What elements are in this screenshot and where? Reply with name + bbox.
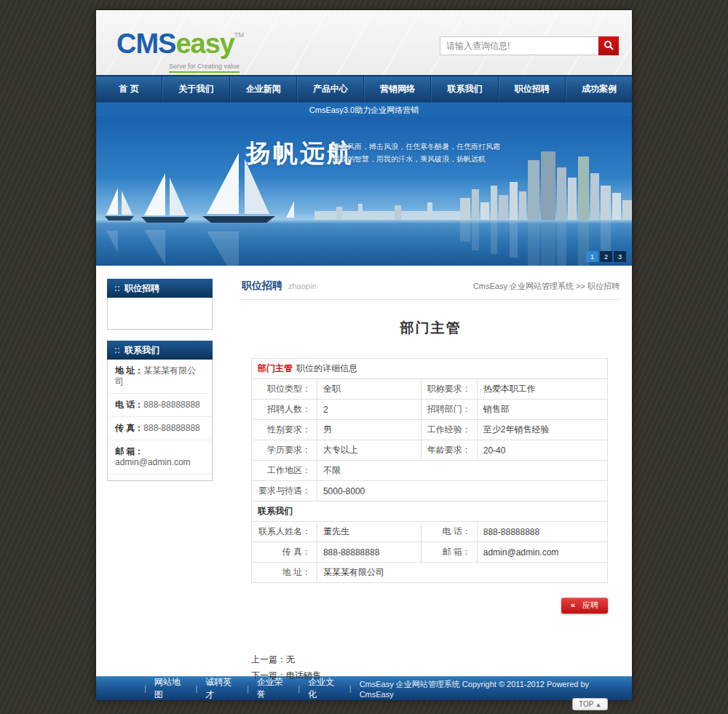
separator: | bbox=[298, 684, 300, 693]
contact-label: 传 真： bbox=[115, 423, 143, 433]
banner-line1: 迎着风雨，搏击风浪，任凭寒冬酷暑，任凭雨打风霜 bbox=[333, 140, 529, 153]
double-chevron-left-icon: « bbox=[571, 600, 575, 609]
banner-pagination: 1 2 3 bbox=[586, 251, 626, 262]
cell-label: 工作经验： bbox=[421, 420, 477, 440]
cell-value: 某某某有限公司 bbox=[317, 563, 607, 583]
contact-address-row: 地 址：某某某有限公司 bbox=[108, 360, 212, 394]
table-section-label: 联系我们 bbox=[252, 501, 608, 522]
separator: | bbox=[247, 684, 249, 693]
table-row: 传 真： 888-88888888 邮 箱： admin@admin.com bbox=[252, 542, 608, 563]
prev-value: 无 bbox=[286, 654, 295, 665]
prev-article: 上一篇：无 bbox=[251, 651, 620, 667]
footer-link-recruit[interactable]: 诚聘英才 bbox=[205, 676, 239, 701]
prev-label: 上一篇： bbox=[251, 654, 286, 665]
table-section-row: 联系我们 bbox=[252, 501, 608, 522]
job-desc: 职位的详细信息 bbox=[296, 363, 357, 373]
sidebar-contact-body: 地 址：某某某有限公司 电 话：888-88888888 传 真：888-888… bbox=[107, 360, 213, 481]
article-title: 部门主管 bbox=[242, 319, 620, 338]
slogan-bar: CmsEasy3.0助力企业网络营销 bbox=[96, 102, 632, 116]
table-row: 招聘人数： 2 招聘部门： 销售部 bbox=[252, 400, 608, 420]
sidebar-jobs-title: 职位招聘 bbox=[124, 283, 159, 293]
cell-label: 地 址： bbox=[252, 563, 317, 583]
site-header: CMSeasyTM Serve for Creating value bbox=[96, 10, 632, 75]
cell-label: 要求与待遇： bbox=[252, 481, 317, 501]
cell-label: 招聘人数： bbox=[252, 400, 317, 420]
table-row: 地 址： 某某某有限公司 bbox=[252, 563, 608, 583]
page-card: CMSeasyTM Serve for Creating value 首 页 关… bbox=[96, 10, 632, 700]
cell-value: 至少2年销售经验 bbox=[477, 420, 607, 440]
nav-item-jobs[interactable]: 职位招聘 bbox=[499, 76, 566, 102]
separator: | bbox=[195, 684, 197, 693]
breadcrumb[interactable]: CmsEasy 企业网站管理系统 >> 职位招聘 bbox=[473, 281, 620, 292]
contact-label: 地 址： bbox=[115, 365, 143, 376]
banner-line2: 用我的智慧，用我的汗水，乘风破浪，扬帆远航 bbox=[333, 153, 529, 165]
logo-cms: CMS bbox=[116, 28, 175, 59]
search-icon bbox=[604, 40, 614, 52]
banner-page-1[interactable]: 1 bbox=[586, 251, 598, 262]
nav-item-cases[interactable]: 成功案例 bbox=[566, 76, 632, 102]
table-row: 联系人姓名： 董先生 电 话： 888-88888888 bbox=[252, 522, 608, 542]
content-area: ::职位招聘 ::联系我们 地 址：某某某有限公司 电 话：888-888888… bbox=[96, 266, 632, 676]
site-logo[interactable]: CMSeasyTM Serve for Creating value bbox=[116, 20, 244, 73]
cell-label: 工作地区： bbox=[252, 461, 317, 481]
apply-label: 应聘 bbox=[582, 600, 598, 609]
separator: | bbox=[349, 684, 352, 693]
site-footer: | 网站地图 | 诚聘英才 | 企业荣誉 | 企业文化 | CmsEasy 企业… bbox=[96, 676, 632, 700]
cell-value: 董先生 bbox=[317, 522, 421, 542]
search-button[interactable] bbox=[598, 36, 619, 55]
contact-email-row: 邮 箱：admin@admin.com bbox=[108, 440, 212, 475]
table-row: 要求与待遇： 5000-8000 bbox=[252, 481, 608, 501]
cell-value: 888-88888888 bbox=[477, 522, 607, 542]
sidebar-contact-header: ::联系我们 bbox=[107, 341, 213, 360]
cell-label: 邮 箱： bbox=[421, 542, 477, 563]
banner-page-2[interactable]: 2 bbox=[600, 251, 612, 262]
footer-link-honor[interactable]: 企业荣誉 bbox=[257, 676, 290, 701]
sidebar-box-jobs: ::职位招聘 bbox=[107, 279, 213, 330]
contact-value: 888-88888888 bbox=[143, 400, 199, 410]
separator: | bbox=[144, 684, 146, 693]
job-detail-table: 部门主管职位的详细信息 职位类型： 全职 职称要求： 热爱本职工作 招聘人数： … bbox=[251, 358, 608, 583]
cell-label: 联系人姓名： bbox=[252, 522, 317, 542]
logo-text: CMSeasyTM bbox=[116, 20, 244, 58]
cell-label: 招聘部门： bbox=[421, 400, 477, 420]
job-name: 部门主管 bbox=[258, 363, 293, 373]
cell-label: 学历要求： bbox=[252, 440, 317, 461]
section-header: 职位招聘zhaopin CmsEasy 企业网站管理系统 >> 职位招聘 bbox=[242, 279, 620, 300]
footer-copyright: CmsEasy 企业网站管理系统 Copyright © 2011-2012 P… bbox=[360, 679, 617, 699]
cell-value: 5000-8000 bbox=[317, 481, 607, 501]
footer-links: | 网站地图 | 诚聘英才 | 企业荣誉 | 企业文化 | bbox=[136, 676, 360, 701]
table-row: 工作地区： 不限 bbox=[252, 461, 608, 481]
sidebar-contact-title: 联系我们 bbox=[124, 345, 159, 355]
nav-item-home[interactable]: 首 页 bbox=[96, 76, 162, 102]
contact-value: 888-88888888 bbox=[143, 423, 199, 433]
cell-value: 男 bbox=[317, 420, 421, 440]
top-label: TOP bbox=[579, 700, 593, 708]
footer-link-culture[interactable]: 企业文化 bbox=[308, 676, 341, 701]
footer-link-sitemap[interactable]: 网站地图 bbox=[154, 676, 188, 701]
contact-phone-row: 电 话：888-88888888 bbox=[108, 394, 212, 417]
section-title-group: 职位招聘zhaopin bbox=[242, 279, 317, 293]
table-header-row: 部门主管职位的详细信息 bbox=[252, 359, 608, 379]
banner-illustration bbox=[96, 116, 632, 266]
sidebar-box-contact: ::联系我们 地 址：某某某有限公司 电 话：888-88888888 传 真：… bbox=[107, 341, 213, 481]
apply-button[interactable]: «应聘 bbox=[561, 598, 608, 614]
back-to-top-button[interactable]: TOP ▲ bbox=[572, 698, 608, 710]
cell-value: 2 bbox=[317, 400, 421, 420]
logo-trademark: TM bbox=[234, 31, 244, 39]
nav-item-contact[interactable]: 联系我们 bbox=[431, 76, 498, 102]
contact-fax-row: 传 真：888-88888888 bbox=[108, 417, 212, 440]
main-column: 职位招聘zhaopin CmsEasy 企业网站管理系统 >> 职位招聘 部门主… bbox=[242, 279, 620, 676]
cell-value: 全职 bbox=[317, 379, 421, 400]
search-input[interactable] bbox=[440, 36, 598, 55]
cell-label: 职称要求： bbox=[421, 379, 477, 400]
cell-label: 电 话： bbox=[421, 522, 477, 542]
banner-page-3[interactable]: 3 bbox=[614, 251, 626, 262]
section-title: 职位招聘 bbox=[242, 279, 282, 291]
nav-item-about[interactable]: 关于我们 bbox=[162, 76, 229, 102]
cell-value: 大专以上 bbox=[317, 440, 421, 461]
cell-label: 传 真： bbox=[252, 542, 317, 563]
nav-item-products[interactable]: 产品中心 bbox=[297, 76, 364, 102]
nav-item-network[interactable]: 营销网络 bbox=[364, 76, 431, 102]
nav-item-news[interactable]: 企业新闻 bbox=[230, 76, 297, 102]
main-nav: 首 页 关于我们 企业新闻 产品中心 营销网络 联系我们 职位招聘 成功案例 bbox=[96, 75, 632, 102]
